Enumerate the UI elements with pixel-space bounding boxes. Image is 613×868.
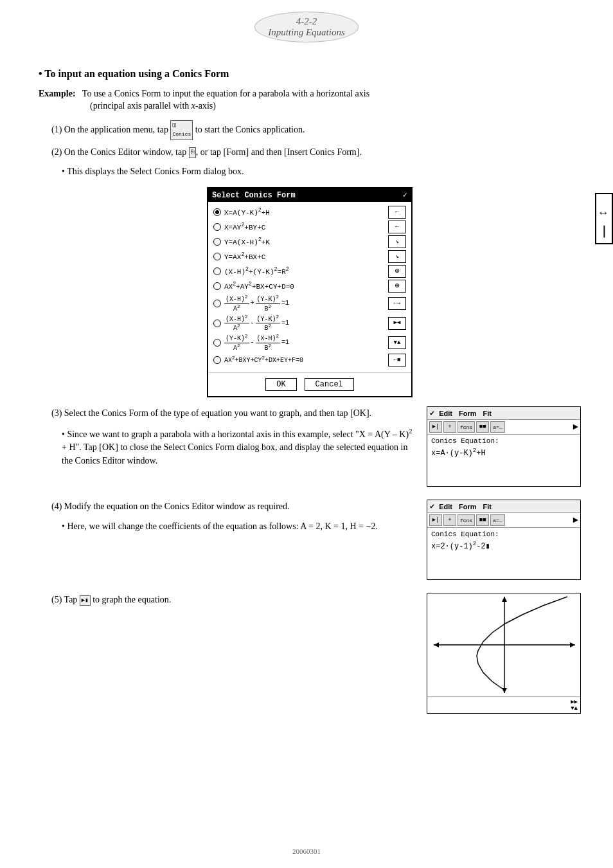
editor-toolbar-1: ►| + fcns ■■ a=… ► <box>427 420 580 435</box>
toolbar-arrow-2: ► <box>573 515 578 525</box>
step-4-row: (4) Modify the equation on the Conics Ed… <box>39 500 581 580</box>
example-text: To use a Conics Form to input the equati… <box>78 89 369 98</box>
btn-6[interactable]: ⊕ <box>388 280 406 293</box>
main-content: • To input an equation using a Conics Fo… <box>0 49 613 739</box>
step-5-text: (5) Tap ▶▮ to graph the equation. <box>39 593 414 612</box>
right-tab: ↕｜ <box>595 193 613 244</box>
toolbar-btn-2c[interactable]: fcns <box>458 514 475 526</box>
dialog-ok-button[interactable]: OK <box>265 378 296 391</box>
radio-8[interactable] <box>213 320 221 327</box>
checkmark-icon-2: ✔ <box>430 502 434 511</box>
dialog-row-6: AX2+AY2+BX+CY+D=0 ⊕ <box>213 280 406 293</box>
page-header: 4-2-2 Inputting Equations <box>0 0 613 49</box>
page-subtitle: Inputting Equations <box>268 27 345 38</box>
btn-4[interactable]: ↘ <box>388 250 406 263</box>
select-conics-dialog: Select Conics Form ✓ X=A(Y-K)2+H ← X=AY2… <box>207 187 413 397</box>
svg-marker-3 <box>502 597 507 602</box>
btn-1[interactable]: ← <box>388 206 406 219</box>
btn-10[interactable]: ←■ <box>388 354 406 366</box>
dialog-row-3: Y=A(X-H)2+K ↘ <box>213 235 406 248</box>
editor-body-2: Conics Equation: x=2·(y-1)2-2▮ <box>427 528 580 579</box>
menu-edit-1[interactable]: Edit <box>437 410 454 417</box>
insert-conics-icon: ⎘ <box>189 147 196 158</box>
toolbar-btn-1d[interactable]: ■■ <box>476 421 489 433</box>
editor-eq-2: x=2·(y-1)2-2▮ <box>431 541 576 551</box>
conics-app-icon: ◫Conics <box>170 120 193 140</box>
step-2b: • This displays the Select Conics Form d… <box>62 165 581 178</box>
step-5-row: (5) Tap ▶▮ to graph the equation. <box>39 593 581 714</box>
menu-form-2[interactable]: Form <box>457 503 479 511</box>
step-3-text: (3) Select the Conics Form of the type o… <box>39 406 414 473</box>
radio-2[interactable] <box>213 223 221 231</box>
eq-6: AX2+AY2+BX+CY+D=0 <box>224 280 386 292</box>
editor-eq-1: x=A·(y-K)2+H <box>431 448 576 458</box>
editor-window-1: ✔ Edit Form Fit ►| + fcns ■■ a=… ► Conic… <box>427 406 581 487</box>
btn-7[interactable]: ←⇒ <box>388 297 406 310</box>
graph-footer: ▶▶▼▲ <box>427 696 580 713</box>
eq-5: (X-H)2+(Y-K)2=R2 <box>224 266 386 277</box>
dialog-container: Select Conics Form ✓ X=A(Y-K)2+H ← X=AY2… <box>39 187 581 397</box>
dialog-row-1: X=A(Y-K)2+H ← <box>213 206 406 219</box>
menu-fit-1[interactable]: Fit <box>481 410 493 417</box>
btn-5[interactable]: ⊕ <box>388 265 406 278</box>
radio-6[interactable] <box>213 282 221 290</box>
graph-icon: ▶▮ <box>80 595 91 606</box>
radio-10[interactable] <box>213 356 221 364</box>
btn-3[interactable]: ↘ <box>388 235 406 248</box>
checkmark-icon: ✔ <box>430 408 434 418</box>
eq-7: (X-H)2A2 + (Y-K)2B2 =1 <box>224 294 386 312</box>
svg-marker-4 <box>434 642 439 647</box>
eq-4: Y=AX2+BX+C <box>224 251 386 262</box>
header-circle: 4-2-2 Inputting Equations <box>254 12 359 42</box>
toolbar-btn-2b[interactable]: + <box>443 514 456 526</box>
menu-form-1[interactable]: Form <box>457 410 479 417</box>
menu-edit-2[interactable]: Edit <box>437 503 454 511</box>
radio-1[interactable] <box>213 208 221 216</box>
step-1: (1) On the application menu, tap ◫Conics… <box>51 120 581 140</box>
dialog-title: Select Conics Form <box>212 191 296 200</box>
dialog-row-7: (X-H)2A2 + (Y-K)2B2 =1 ←⇒ <box>213 294 406 312</box>
radio-3[interactable] <box>213 238 221 246</box>
toolbar-arrow-1: ► <box>573 422 578 432</box>
radio-7[interactable] <box>213 300 221 307</box>
dialog-close-icon[interactable]: ✓ <box>403 190 407 200</box>
step-5: (5) Tap ▶▮ to graph the equation. <box>51 593 414 607</box>
toolbar-btn-1e[interactable]: a=… <box>490 421 504 433</box>
radio-4[interactable] <box>213 253 221 260</box>
dialog-row-5: (X-H)2+(Y-K)2=R2 ⊕ <box>213 265 406 278</box>
eq-1: X=A(Y-K)2+H <box>224 206 386 218</box>
example-indent: (principal axis parallel with x-axis) <box>90 99 581 113</box>
editor-menubar-1: ✔ Edit Form Fit <box>427 407 580 420</box>
btn-9[interactable]: ▼▲ <box>388 336 406 349</box>
page-footer: 20060301 <box>0 847 613 862</box>
editor-body-1: Conics Equation: x=A·(y-K)2+H <box>427 435 580 486</box>
toolbar-btn-2d[interactable]: ■■ <box>476 514 489 526</box>
svg-marker-2 <box>570 642 575 647</box>
radio-5[interactable] <box>213 267 221 275</box>
step-4-text: (4) Modify the equation on the Conics Ed… <box>39 500 414 538</box>
toolbar-btn-2e[interactable]: a=… <box>490 514 504 526</box>
graph-area <box>427 593 580 696</box>
graph-window: ▶▶▼▲ <box>427 593 581 714</box>
dialog-cancel-button[interactable]: Cancel <box>305 378 354 391</box>
editor-toolbar-2: ►| + fcns ■■ a=… ► <box>427 513 580 528</box>
editor-label-1: Conics Equation: <box>431 437 576 445</box>
editor-label-2: Conics Equation: <box>431 530 576 538</box>
editor-menubar-2: ✔ Edit Form Fit <box>427 500 580 513</box>
section-heading: • To input an equation using a Conics Fo… <box>39 68 581 80</box>
btn-8[interactable]: ▶◀ <box>388 317 406 330</box>
dialog-row-4: Y=AX2+BX+C ↘ <box>213 250 406 263</box>
radio-9[interactable] <box>213 339 221 347</box>
dialog-title-bar: Select Conics Form ✓ <box>208 188 411 202</box>
eq-2: X=AY2+BY+C <box>224 221 386 233</box>
graph-svg <box>427 593 580 696</box>
dialog-row-9: (Y-K)2A2 - (X-H)2B2 =1 ▼▲ <box>213 334 406 352</box>
toolbar-btn-2a[interactable]: ►| <box>429 514 442 526</box>
dialog-row-2: X=AY2+BY+C ← <box>213 221 406 233</box>
editor-window-2: ✔ Edit Form Fit ►| + fcns ■■ a=… ► Conic… <box>427 500 581 580</box>
toolbar-btn-1c[interactable]: fcns <box>458 421 475 433</box>
menu-fit-2[interactable]: Fit <box>481 503 493 511</box>
toolbar-btn-1a[interactable]: ►| <box>429 421 442 433</box>
toolbar-btn-1b[interactable]: + <box>443 421 456 433</box>
btn-2[interactable]: ← <box>388 221 406 233</box>
